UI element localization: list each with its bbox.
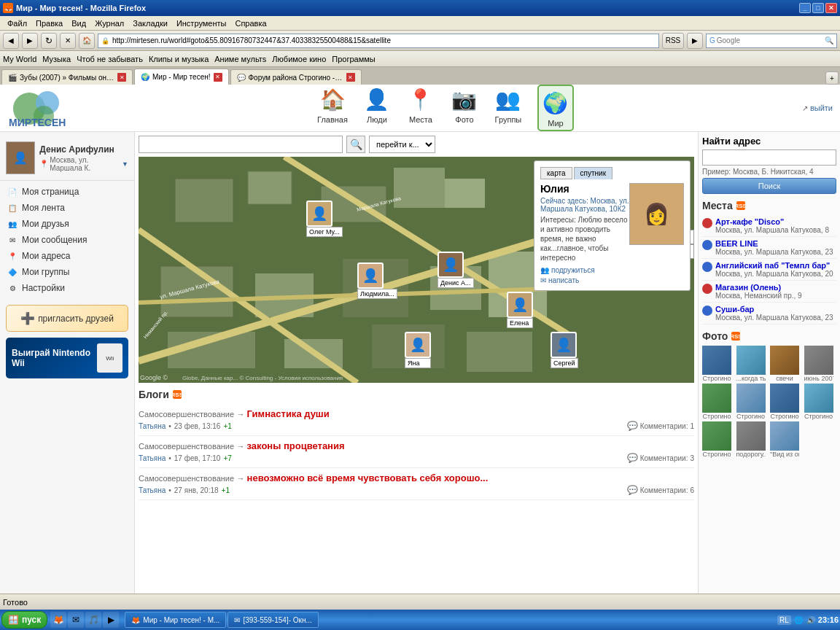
menu-bookmarks[interactable]: Закладки [128, 18, 172, 29]
place-name-1[interactable]: BEER LINE [715, 239, 833, 248]
new-tab-button[interactable]: + [825, 71, 839, 85]
photo-7[interactable]: Строгино [804, 384, 837, 420]
tab-1[interactable]: 🌍 Мир - Мир тесен! ✕ [134, 69, 229, 85]
menu-view[interactable]: Вид [67, 18, 90, 29]
place-name-3[interactable]: Магазин (Олень) [715, 283, 802, 292]
places-rss-icon[interactable]: RSS [736, 201, 745, 210]
bookmark-cinema[interactable]: Любимое кино [272, 55, 326, 63]
tray-lang[interactable]: RL [777, 615, 791, 625]
tray-sound-icon[interactable]: 🔊 [806, 615, 816, 625]
taskbar-firefox-icon[interactable]: 🦊 [50, 612, 66, 628]
menu-tools[interactable]: Инструменты [172, 18, 231, 29]
photo-4[interactable]: Строгино [702, 384, 735, 420]
place-name-4[interactable]: Суши-бар [715, 305, 833, 314]
reload-button[interactable]: ↻ [41, 33, 57, 49]
map-goto-select[interactable]: перейти к... [369, 136, 435, 153]
menu-help[interactable]: Справка [230, 18, 271, 29]
menu-journal[interactable]: Журнал [90, 18, 128, 29]
photo-2[interactable]: свечи [770, 346, 803, 382]
photo-6[interactable]: Строгино [770, 384, 803, 420]
sidebar-friends[interactable]: 👥 Мои друзья [0, 216, 134, 232]
add-friend-button[interactable]: 👥 подружиться [540, 266, 595, 274]
photo-0[interactable]: Строгино [702, 346, 735, 382]
minimize-button[interactable]: _ [799, 3, 811, 13]
sidebar-settings[interactable]: ⚙ Настройки [0, 280, 134, 296]
tab-close-2[interactable]: ✕ [346, 73, 355, 82]
sidebar-groups[interactable]: 🔷 Мои группы [0, 264, 134, 280]
go-button[interactable]: ▶ [687, 33, 703, 49]
photo-1[interactable]: ...когда ты о, [736, 346, 769, 382]
photo-9[interactable]: подорогу... [736, 421, 769, 458]
nav-photos[interactable]: 📷 Фото [450, 85, 479, 131]
blog-2-author[interactable]: Татьяна [139, 486, 166, 494]
taskbar-window-1[interactable]: ✉ [393-559-154]- Окн... [228, 612, 318, 628]
menu-file[interactable]: Файл [3, 18, 31, 29]
tray-network-icon[interactable]: 🌐 [793, 615, 804, 625]
promo-box[interactable]: Выиграй Nintendo Wii Wii [6, 338, 128, 378]
start-button[interactable]: 🪟 пуск [1, 611, 47, 629]
map-pin-sergey[interactable]: 👤 Сергей [551, 332, 578, 368]
taskbar-mail-icon[interactable]: ✉ [68, 612, 84, 628]
blog-0-author[interactable]: Татьяна [139, 422, 166, 430]
map-pin-oleg[interactable]: 👤 Олег Му... [306, 201, 343, 237]
address-input[interactable] [702, 149, 836, 166]
tab-0[interactable]: 🎬 Зубы (2007) » Фильмы онлайн... ✕ [1, 69, 133, 85]
logout-link[interactable]: выйти [810, 104, 833, 112]
taskbar-media-icon[interactable]: 🎵 [85, 612, 101, 628]
forward-button[interactable]: ▶ [22, 33, 38, 49]
sidebar-messages[interactable]: ✉ Мои сообщения [0, 232, 134, 248]
taskbar-extra-icon[interactable]: ▶ [103, 612, 119, 628]
map-search-input[interactable] [139, 136, 343, 153]
sidebar-myfeed[interactable]: 📋 Моя лента [0, 200, 134, 216]
address-search-button[interactable]: Поиск [702, 178, 836, 194]
bookmark-clips[interactable]: Клипы и музыка [149, 55, 209, 63]
rss-button[interactable]: RSS [662, 33, 684, 49]
tab-close-0[interactable]: ✕ [117, 73, 126, 82]
bookmark-remember[interactable]: Чтоб не забывать [77, 55, 143, 63]
map-search-button[interactable]: 🔍 [346, 136, 365, 153]
bookmark-myworld[interactable]: My World [3, 55, 36, 63]
tab-2[interactable]: 💬 Форум района Строгино --> Со... ✕ [230, 69, 362, 85]
nav-world[interactable]: 🌍 Мир [537, 85, 574, 131]
place-name-2[interactable]: Английский паб "Темпл бар" [715, 261, 833, 270]
map-pin-elena[interactable]: 👤 Елена [507, 292, 533, 328]
sidebar-addresses[interactable]: 📍 Мои адреса [0, 248, 134, 264]
bookmark-programs[interactable]: Программы [332, 55, 375, 63]
nav-main[interactable]: 🏠 Главная [317, 85, 348, 131]
close-button[interactable]: ✕ [825, 3, 837, 13]
bookmark-anime[interactable]: Аниме мультs [214, 55, 266, 63]
nav-places[interactable]: 📍 Места [406, 85, 435, 131]
sidebar-mypage[interactable]: 📄 Моя страница [0, 184, 134, 200]
photo-8[interactable]: Строгино [702, 421, 735, 458]
write-button[interactable]: ✉ написать [540, 276, 579, 284]
map-pin-denis[interactable]: 👤 Денис А... [438, 252, 474, 288]
popup-tab-satellite[interactable]: спутник [574, 167, 612, 179]
photo-10[interactable]: "Вид из окна" [770, 421, 803, 458]
tab-close-1[interactable]: ✕ [214, 73, 222, 82]
back-button[interactable]: ◀ [3, 33, 19, 49]
photos-rss-icon[interactable]: RSS [731, 332, 740, 341]
photo-5[interactable]: Строгино [736, 384, 769, 420]
place-name-0[interactable]: Арт-кафе "Disco" [715, 217, 829, 226]
blog-0-title[interactable]: Гимнастика души [247, 408, 330, 419]
nav-groups[interactable]: 👥 Группы [494, 85, 523, 131]
blog-1-author[interactable]: Татьяна [139, 454, 166, 462]
nav-people[interactable]: 👤 Люди [362, 85, 392, 131]
photo-3[interactable]: июнь 2007 [804, 346, 837, 382]
popup-tab-map[interactable]: карта [540, 167, 572, 179]
map-pin-lyudmila[interactable]: 👤 Людмила... [357, 262, 397, 299]
map-pin-yana[interactable]: 👤 Яна [405, 332, 431, 368]
search-input[interactable] [717, 36, 825, 44]
blogs-rss-icon[interactable]: RSS [173, 390, 182, 399]
stop-button[interactable]: ✕ [60, 33, 76, 49]
blog-2-title[interactable]: невозможно всё время чувствовать себя хо… [247, 472, 489, 483]
invite-box[interactable]: ➕ пригласить друзей [6, 305, 128, 332]
bookmark-music[interactable]: Музыка [42, 55, 71, 63]
maximize-button[interactable]: □ [812, 3, 824, 13]
url-bar[interactable]: 🔒 http://mirtesen.ru/world#goto&55.80916… [98, 34, 659, 48]
blog-1-title[interactable]: законы процветания [247, 440, 345, 451]
search-bar[interactable]: G 🔍 [706, 34, 837, 48]
home-button[interactable]: 🏠 [79, 33, 95, 49]
taskbar-window-0[interactable]: 🦊 Мир - Мир тесен! - М... [125, 612, 226, 628]
menu-edit[interactable]: Правка [31, 18, 67, 29]
